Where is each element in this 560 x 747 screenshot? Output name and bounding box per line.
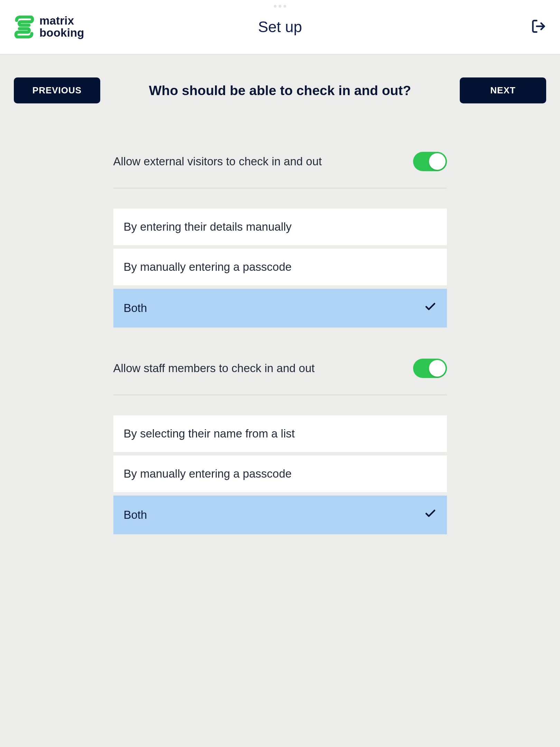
previous-button[interactable]: PREVIOUS — [14, 77, 100, 103]
visitors-toggle-label: Allow external visitors to check in and … — [113, 155, 322, 168]
visitors-option-passcode[interactable]: By manually entering a passcode — [113, 249, 447, 285]
brand-name: matrix booking — [39, 15, 84, 39]
visitors-toggle-row: Allow external visitors to check in and … — [113, 152, 447, 188]
matrix-booking-logo-icon — [14, 16, 35, 38]
option-label: Both — [124, 508, 147, 522]
staff-toggle-label: Allow staff members to check in and out — [113, 362, 315, 375]
check-icon — [424, 301, 437, 316]
check-icon — [424, 507, 437, 523]
staff-option-passcode[interactable]: By manually entering a passcode — [113, 455, 447, 492]
option-label: By entering their details manually — [124, 220, 292, 233]
visitors-option-manual-details[interactable]: By entering their details manually — [113, 209, 447, 245]
staff-toggle[interactable] — [413, 359, 447, 378]
option-label: Both — [124, 302, 147, 315]
toggle-knob — [429, 360, 446, 377]
visitors-option-both[interactable]: Both — [113, 289, 447, 328]
brand-logo: matrix booking — [14, 15, 84, 39]
staff-option-name-list[interactable]: By selecting their name from a list — [113, 415, 447, 452]
content-area: PREVIOUS Who should be able to check in … — [0, 55, 560, 534]
next-button[interactable]: NEXT — [460, 77, 546, 103]
option-label: By selecting their name from a list — [124, 427, 295, 440]
option-label: By manually entering a passcode — [124, 467, 292, 480]
visitors-option-list: By entering their details manually By ma… — [113, 209, 447, 328]
wizard-nav-row: PREVIOUS Who should be able to check in … — [0, 77, 560, 103]
form-panel: Allow external visitors to check in and … — [113, 103, 447, 534]
staff-option-list: By selecting their name from a list By m… — [113, 415, 447, 534]
page-title: Set up — [258, 18, 302, 36]
toggle-knob — [429, 153, 446, 170]
drag-handle-dots — [274, 5, 286, 8]
wizard-question: Who should be able to check in and out? — [107, 83, 453, 98]
staff-option-both[interactable]: Both — [113, 496, 447, 534]
brand-line2: booking — [39, 27, 84, 39]
staff-toggle-row: Allow staff members to check in and out — [113, 359, 447, 395]
app-header: matrix booking Set up — [0, 0, 560, 55]
exit-icon[interactable] — [531, 19, 546, 35]
brand-line1: matrix — [39, 15, 84, 27]
option-label: By manually entering a passcode — [124, 260, 292, 274]
visitors-toggle[interactable] — [413, 152, 447, 171]
